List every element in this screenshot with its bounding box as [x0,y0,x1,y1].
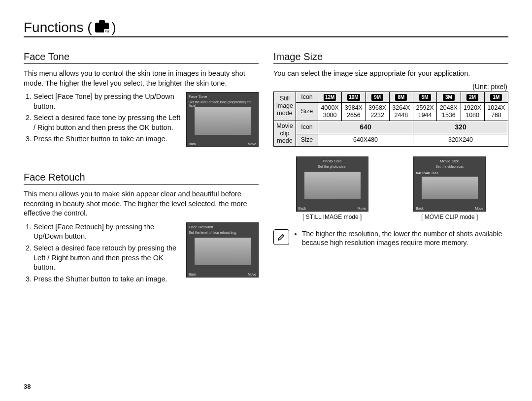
still-icon-3: 8M [395,94,407,101]
still-size-4: 2592X 1944 [413,102,437,121]
lcd-movie-options: 640 640 320 [416,171,438,175]
unit-label: (Unit: pixel) [273,83,507,91]
movie-size-row-label: Size [296,134,318,146]
face-retouch-step-3: Press the Shutter button to take an imag… [33,275,181,284]
face-tone-para: This menu allows you to control the skin… [24,69,259,88]
still-size-7: 1024X 768 [484,102,508,121]
left-column: Face Tone This menu allows you to contro… [24,46,259,286]
still-size-2: 3968X 2232 [366,102,389,121]
lcd-title: Face Retouch [189,225,256,229]
movie-icon-1: 320 [413,121,508,134]
lcd-title: Photo Size [299,159,366,163]
page-title: Functions ( ) [24,20,508,37]
camera-fn-icon [95,23,109,32]
lcd-photo [422,177,478,199]
lcd-move: Move [248,142,256,146]
still-icon-1: 10M [347,94,360,101]
icon-row-label: Icon [296,92,318,102]
still-size-3: 3264X 2448 [389,102,413,121]
still-size-5: 2048X 1536 [437,102,461,121]
lcd-move: Move [358,207,366,210]
page-number: 38 [24,383,31,390]
lcd-back: Back [189,142,197,146]
movie-size-1: 320X240 [413,134,508,146]
right-column: Image Size You can select the image size… [273,46,508,286]
face-retouch-step-1: Select [Face Retouch] by pressing the Up… [33,222,181,242]
title-prefix: Functions ( [24,20,92,35]
still-icon-2: 9M [371,94,383,101]
face-tone-step-1: Select [Face Tone] by pressing the Up/Do… [33,92,181,111]
lcd-photo [195,238,251,265]
face-retouch-heading: Face Retouch [24,172,259,185]
note-text: The higher the resolution, the lower the… [302,229,508,248]
movie-icon-row-label: Icon [296,121,318,134]
lcd-caption: Set the photo size. [299,165,366,168]
lcd-caption: Set the level of face tone (brightening … [189,100,256,107]
face-retouch-para: This menu allows you to make skin appear… [24,189,259,218]
movie-clip-mode-lcd: Movie Size Set the video size. 640 640 3… [413,156,486,212]
face-retouch-steps: Select [Face Retouch] by pressing the Up… [24,222,181,284]
face-retouch-lcd: Face Retouch Set the level of face retou… [186,222,259,278]
face-tone-lcd: Face Tone Set the level of face tone (br… [186,92,259,147]
note-box: The higher the resolution, the lower the… [273,229,508,248]
still-size-0: 4000X 3000 [318,102,342,121]
still-fig-label: [ STILL IMAGE mode ] [296,214,368,220]
movie-icon-0: 640 [318,121,413,134]
face-retouch-step-2: Select a desired face retouch by pressin… [33,244,181,273]
lcd-caption: Set the level of face retouching. [189,231,256,234]
note-icon [273,229,289,245]
lcd-title: Face Tone [189,94,256,99]
still-icon-0: 12M [324,94,336,101]
face-tone-step-2: Select a desired face tone by pressing t… [33,113,181,132]
image-size-para: You can select the image size appropriat… [273,69,508,79]
lcd-move: Move [248,273,256,276]
lcd-caption: Set the video size. [416,165,483,168]
lcd-title: Movie Size [416,159,483,163]
lcd-photo [304,172,361,199]
face-tone-heading: Face Tone [24,51,259,64]
movie-size-0: 640X480 [318,134,413,146]
lcd-back: Back [189,273,197,276]
still-icon-4: 5M [419,94,431,101]
still-icon-6: 2M [466,94,478,101]
title-suffix: ) [112,20,116,35]
still-icon-7: 1M [490,94,502,101]
lcd-back: Back [416,207,424,210]
still-icon-5: 3M [443,94,455,101]
image-size-table: Still image mode Icon 12M 10M 9M 8M 5M 3… [273,92,508,147]
still-mode-label: Still image mode [274,92,296,121]
still-size-6: 1920X 1080 [461,102,484,121]
still-image-mode-lcd: Photo Size Set the photo size. Back Move [296,156,368,212]
image-size-heading: Image Size [273,51,508,64]
movie-mode-label: Movie clip mode [274,121,296,146]
size-row-label: Size [296,102,318,121]
face-tone-step-3: Press the Shutter button to take an imag… [33,134,181,144]
movie-fig-label: [ MOVIE CLIP mode ] [413,214,486,220]
face-tone-steps: Select [Face Tone] by pressing the Up/Do… [24,92,181,144]
lcd-move: Move [475,207,483,210]
lcd-back: Back [299,207,306,210]
lcd-photo [195,107,251,135]
still-size-1: 3984X 2656 [342,102,366,121]
